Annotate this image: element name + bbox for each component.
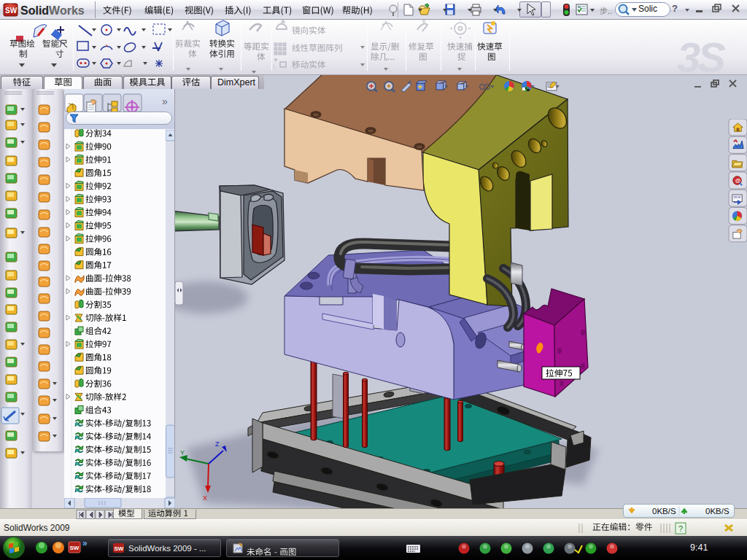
svg-text:SW: SW: [70, 545, 80, 551]
svg-text:0KB/S: 0KB/S: [705, 507, 729, 516]
svg-text:SW: SW: [5, 7, 18, 15]
svg-text:»: »: [82, 538, 88, 548]
svg-text:»: »: [162, 96, 168, 107]
svg-text:SW: SW: [115, 545, 124, 552]
svg-text:?: ?: [678, 524, 683, 533]
svg-text:Z: Z: [215, 440, 220, 448]
svg-text:X: X: [203, 494, 207, 502]
svg-text:0KB/S: 0KB/S: [652, 507, 676, 516]
svg-text:SolidWorks: SolidWorks: [20, 4, 85, 17]
svg-text:Y: Y: [180, 449, 185, 456]
